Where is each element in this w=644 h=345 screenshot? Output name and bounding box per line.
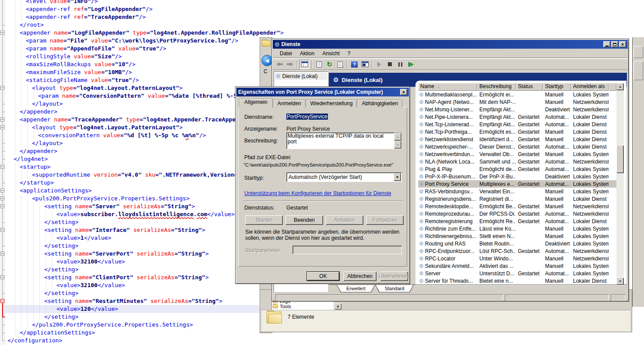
menu-item-aktion[interactable]: Aktion (296, 50, 318, 57)
minimize-button[interactable] (603, 41, 610, 47)
service-row[interactable]: ⚙Routing und RASBietet Routin...Deaktivi… (418, 240, 616, 247)
tab-allgemein[interactable]: Allgemein (239, 98, 273, 108)
vertical-scrollbar[interactable]: ▲ ▼ (616, 83, 624, 285)
scroll-down-button[interactable]: ▼ (394, 141, 401, 149)
service-row[interactable]: ⚙Net.Pipe-Listenera...Empfängt Akt...Ges… (418, 113, 616, 121)
fold-toggle-icon[interactable] (0, 189, 4, 192)
fold-toggle-icon[interactable] (0, 252, 4, 256)
beschreibung-scrollbar[interactable]: ▲ ▼ (394, 133, 401, 149)
toolbar-back-button[interactable] (274, 60, 285, 69)
service-row[interactable]: ⚙Server für Threads...Bietet eine n...Ma… (418, 277, 616, 285)
tree-item-dienste-lokal[interactable]: ⚙ Dienste (Lokal) (274, 73, 327, 80)
fold-toggle-icon[interactable] (0, 86, 4, 90)
fold-toggle-icon[interactable] (0, 204, 4, 208)
service-row[interactable]: ⚙PnP-X-IP-Busenum...Der PnP-X-Bu...Deakt… (418, 173, 616, 180)
code-line: </setting> (5, 289, 263, 297)
toolbar-export-list-button[interactable]: → (335, 60, 345, 69)
toolbar-restart-button[interactable] (406, 60, 416, 69)
service-logon: Lokales System (571, 92, 609, 98)
code-token: <value> (56, 306, 81, 312)
service-row[interactable]: ⚙RemoteregistrierungErmöglicht Re...Gest… (418, 217, 616, 225)
fold-toggle-icon[interactable] (0, 117, 4, 121)
service-row[interactable]: ⚙Plug & PlayErmöglicht de...GestartetAut… (418, 165, 616, 173)
toolbar-help-button[interactable]: ? (349, 60, 359, 69)
tab-abhaengigkeiten[interactable]: Abhängigkeiten (357, 100, 402, 107)
service-starttype: Automat... (543, 211, 571, 217)
service-row[interactable]: ⚙NAP-Agent (Netwo...Mit dem NAP-...Manue… (418, 98, 616, 106)
toolbar-properties-button[interactable] (314, 60, 324, 69)
chevron-down-icon[interactable]: ▼ (334, 303, 341, 309)
startparameter-input[interactable] (292, 245, 402, 254)
dialog-titlebar[interactable]: Eigenschaften von Port Proxy Service (Lo… (236, 88, 409, 96)
scroll-up-button[interactable]: ▲ (394, 133, 401, 141)
service-row[interactable]: ⚙Netzwerkspeicher-...Dieser Dienst...Ges… (418, 143, 616, 150)
fold-toggle-icon[interactable] (0, 125, 4, 129)
service-row[interactable]: ⚙Richtlinienergebniss...Stellt einen N..… (418, 232, 616, 240)
service-row[interactable]: ⚙Net.Tcp-Portfreiga...Ermöglicht es...Ge… (418, 128, 616, 135)
service-row[interactable]: ⚙NLA (Network Loca...Sammelt und ...Gest… (418, 158, 616, 165)
fold-toggle-changed-icon[interactable] (0, 299, 4, 303)
code-line: <setting name="RestartMinutes" serialize… (5, 297, 263, 305)
starttyp-select[interactable]: Automatisch (Verzögerter Start) ▼ (286, 172, 402, 182)
view-tab-erweitert[interactable]: Erweitert (337, 285, 375, 292)
service-row[interactable]: ⚙Remoteprozedurau...Der RPCSS-Di...Gesta… (418, 210, 616, 217)
view-tab-standard[interactable]: Standard (375, 285, 414, 292)
chevron-down-icon[interactable]: ▼ (394, 173, 401, 181)
service-row[interactable]: ⚙Port Proxy ServiceMultiplexes e...Gesta… (418, 180, 616, 188)
toolbar-pause-button[interactable] (395, 60, 405, 69)
scroll-up-button[interactable]: ▲ (616, 83, 624, 90)
toolbar-console-tree-button[interactable] (299, 60, 310, 69)
column-header-name[interactable]: Name▲ (418, 83, 477, 91)
beenden-button[interactable]: Beenden (285, 215, 323, 225)
service-starttype: Manuell (543, 256, 571, 262)
service-logon: Lokales System (571, 166, 609, 172)
toolbar-refresh-button[interactable]: ↻ (324, 60, 334, 69)
service-row[interactable]: ⚙Registrierungsdiens...Registriert di...… (418, 195, 616, 203)
toolbar-stop-button[interactable] (385, 60, 395, 69)
folder-row[interactable]: Tools (273, 304, 332, 309)
startoptions-help-link[interactable]: Unterstützung beim Konfigurieren der Sta… (244, 190, 391, 196)
services-titlebar[interactable]: ⚙ Dienste × (273, 40, 628, 49)
fold-toggle-icon[interactable] (0, 31, 4, 35)
service-row[interactable]: ⚙Remotedesktopdie...Ermöglicht Be...Gest… (418, 203, 616, 210)
menu-item-datei[interactable]: Datei (276, 50, 296, 57)
ok-button[interactable]: OK (306, 271, 340, 281)
fold-toggle-icon[interactable] (0, 228, 4, 232)
editor-fold-margin[interactable] (0, 0, 5, 345)
service-row[interactable]: ⚙Sekundäre Anmeld...Aktiviert das ...Man… (418, 262, 616, 270)
service-row[interactable]: ⚙Richtlinie zum Entfe...Lässt eine Ko...… (418, 225, 616, 232)
close-button[interactable]: × (400, 89, 407, 95)
menu-item-help[interactable]: ? (344, 50, 354, 57)
code-editor[interactable]: <level value="INFO"/><appender-ref ref="… (0, 0, 263, 345)
fold-toggle-icon[interactable] (0, 165, 4, 169)
column-header-anmelden-als[interactable]: Anmelden als (571, 83, 609, 91)
column-header-starttyp[interactable]: Starttyp (543, 83, 571, 91)
toolbar-forward-button[interactable] (285, 60, 295, 69)
maximize-button[interactable] (611, 41, 618, 47)
service-row[interactable]: ⚙ServerUnterstützt D...GestartetAutomat.… (418, 270, 616, 277)
toolbar-extended-view-button[interactable] (360, 60, 370, 69)
tab-anmelden[interactable]: Anmelden (273, 100, 306, 107)
tab-wiederherstellung[interactable]: Wiederherstellung (306, 100, 357, 107)
menu-item-ansicht[interactable]: Ansicht (319, 50, 343, 57)
service-row[interactable]: ⚙RPC-Endpunktzuor...Löst RPC-Sch...Gesta… (418, 247, 616, 255)
beschreibung-field[interactable]: Multiplexes external TCP/IP data on loca… (286, 132, 402, 149)
editor-code-area[interactable]: <level value="INFO"/><appender-ref ref="… (5, 0, 263, 345)
service-row[interactable]: ⚙Net.Msmq-Listener...Empfängt Akt...Deak… (418, 106, 616, 113)
toolbar-start-button[interactable] (374, 60, 384, 69)
service-row[interactable]: ⚙RPC-LocatorUnter Windo...ManuellNetzwer… (418, 255, 616, 262)
fold-toggle-icon[interactable] (0, 275, 4, 279)
service-row[interactable]: ⚙Net.Tcp-Listenerad...Empfängt Akt...Ges… (418, 121, 616, 128)
fold-toggle-icon[interactable] (0, 196, 4, 200)
column-header-status[interactable]: Status (516, 83, 543, 91)
scroll-down-button[interactable]: ▼ (616, 277, 624, 285)
abbrechen-button[interactable]: Abbrechen (343, 271, 377, 281)
close-button[interactable]: × (619, 41, 626, 47)
column-header-beschreibung[interactable]: Beschreibung (477, 83, 516, 91)
service-row[interactable]: ⚙Multimediaklassenpl...Ermöglicht ei...M… (418, 91, 616, 98)
service-row[interactable]: ⚙RAS-Verbindungsv...Verwaltet Ein...Manu… (418, 188, 616, 195)
dienstname-value[interactable]: PortProxyService (286, 114, 328, 120)
service-row[interactable]: ⚙NetzwerklistendienstIdentifiziert d...G… (418, 135, 616, 143)
service-row[interactable]: ⚙Netzwerkverbindun...Verwaltet Ob...Gest… (418, 150, 616, 158)
scrollbar-thumb[interactable] (616, 145, 624, 173)
